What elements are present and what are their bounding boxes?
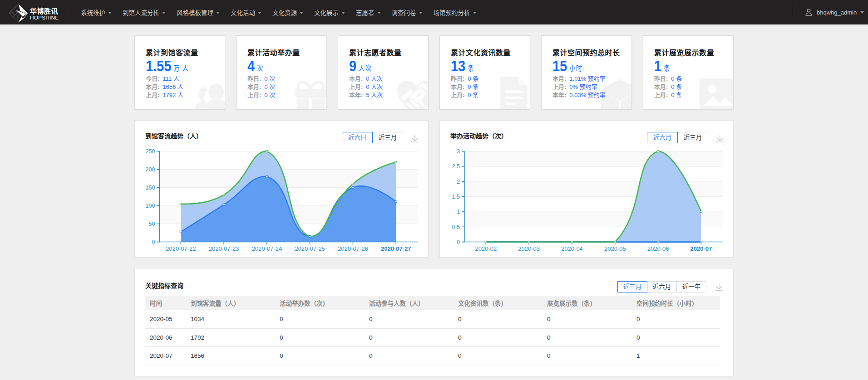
svg-text:250: 250 (146, 148, 155, 155)
svg-text:2020-07-22: 2020-07-22 (166, 245, 196, 252)
svg-text:1: 1 (457, 209, 460, 215)
svg-text:0: 0 (152, 239, 155, 245)
svg-text:2020-07: 2020-07 (690, 245, 712, 252)
svg-text:2020-05: 2020-05 (604, 245, 626, 252)
svg-text:2020-07-25: 2020-07-25 (295, 245, 325, 252)
svg-text:100: 100 (146, 203, 155, 209)
svg-text:50: 50 (148, 221, 155, 227)
svg-text:2020-07-26: 2020-07-26 (338, 245, 368, 252)
svg-text:3: 3 (457, 148, 460, 155)
svg-text:0: 0 (457, 239, 460, 245)
svg-text:2020-06: 2020-06 (647, 245, 669, 252)
svg-text:2020-07-24: 2020-07-24 (252, 245, 282, 252)
svg-text:2020-02: 2020-02 (475, 245, 497, 252)
svg-text:2020-07-23: 2020-07-23 (209, 245, 239, 252)
svg-text:200: 200 (146, 166, 155, 173)
svg-text:2: 2 (457, 179, 460, 185)
svg-text:2020-04: 2020-04 (561, 245, 583, 252)
svg-text:150: 150 (146, 185, 155, 191)
svg-text:2.5: 2.5 (452, 163, 460, 170)
svg-text:2020-07-27: 2020-07-27 (381, 245, 411, 252)
svg-text:0.5: 0.5 (452, 224, 460, 230)
svg-text:2020-03: 2020-03 (518, 245, 540, 252)
svg-text:1.5: 1.5 (452, 194, 460, 200)
